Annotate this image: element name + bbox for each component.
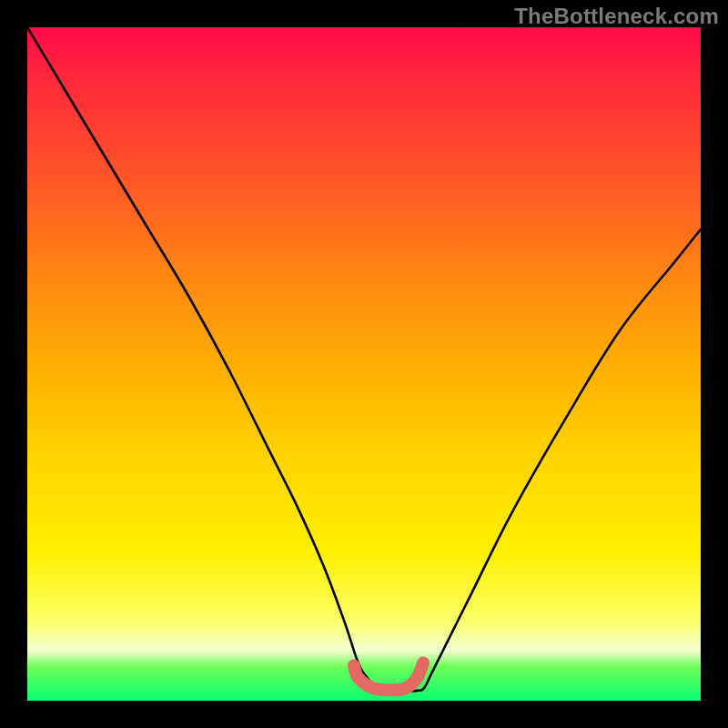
bottleneck-curve-path [27, 27, 701, 691]
optimal-band-path [354, 663, 423, 691]
chart-overlay [27, 27, 701, 701]
chart-frame: TheBottleneck.com [0, 0, 728, 728]
plot-area [27, 27, 701, 701]
watermark-text: TheBottleneck.com [514, 4, 719, 29]
